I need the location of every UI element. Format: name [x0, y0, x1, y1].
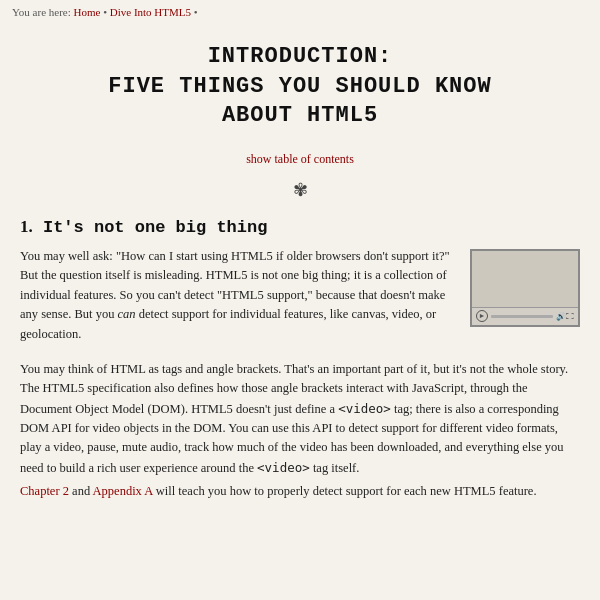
video-screen	[472, 251, 578, 308]
breadcrumb-home-link[interactable]: Home	[74, 6, 101, 18]
section-1-para2: You may think of HTML as tags and angle …	[20, 360, 580, 478]
page-title: Introduction: Five Things You Should Kno…	[30, 42, 570, 131]
breadcrumb-prefix: You are here:	[12, 6, 74, 18]
play-button-icon: ►	[476, 310, 488, 322]
breadcrumb: You are here: Home • Dive Into HTML5 •	[0, 0, 600, 24]
video-thumbnail: ► 🔊 ⛶	[470, 249, 580, 327]
toc-link[interactable]: show table of contents	[246, 152, 354, 166]
page-title-block: Introduction: Five Things You Should Kno…	[0, 24, 600, 139]
section-1-content-row: You may well ask: "How can I start using…	[20, 247, 580, 354]
section-1: 1. It's not one big thing You may well a…	[0, 211, 600, 512]
breadcrumb-section-link[interactable]: Dive Into HTML5	[110, 6, 191, 18]
volume-icon: 🔊	[556, 312, 566, 321]
chapter2-link[interactable]: Chapter 2	[20, 484, 69, 498]
progress-bar	[491, 315, 553, 318]
section-1-para1: You may well ask: "How can I start using…	[20, 247, 456, 344]
section-1-link-para: Chapter 2 and Appendix A will teach you …	[20, 482, 580, 501]
section-1-heading: 1. It's not one big thing	[20, 217, 580, 237]
video-controls: ► 🔊 ⛶	[472, 308, 578, 325]
breadcrumb-trail-sep: •	[191, 6, 198, 18]
breadcrumb-sep: •	[100, 6, 109, 18]
appendixa-link[interactable]: Appendix A	[93, 484, 153, 498]
link-para-suffix: will teach you how to properly detect su…	[156, 484, 537, 498]
divider-icon: ✾	[0, 173, 600, 211]
fullscreen-icon: ⛶	[566, 312, 574, 321]
section-1-text: You may well ask: "How can I start using…	[20, 247, 456, 354]
toc-link-wrap: show table of contents	[0, 139, 600, 173]
